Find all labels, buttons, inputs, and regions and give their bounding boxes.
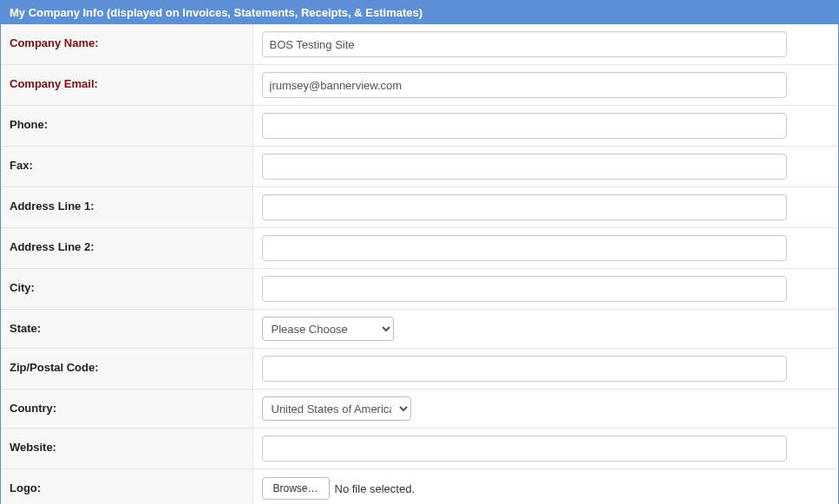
website-input[interactable] <box>262 435 787 461</box>
form-row-country: Country:United States of America <box>1 389 838 429</box>
form-row-phone: Phone: <box>1 106 838 147</box>
country-select[interactable]: United States of America <box>262 396 411 421</box>
form-row-city: City: <box>1 269 838 310</box>
logo-browse-button[interactable]: Browse… <box>262 477 330 500</box>
fax-label: Fax: <box>1 147 252 187</box>
address-line-2-cell <box>252 228 838 269</box>
address-line-2-input[interactable] <box>262 235 787 261</box>
fax-cell <box>252 147 838 187</box>
form-row-fax: Fax: <box>1 147 838 187</box>
company-info-form: Company Name:Company Email:Phone:Fax:Add… <box>1 24 838 504</box>
city-label: City: <box>1 269 252 310</box>
panel-header: My Company Info (displayed on Invoices, … <box>1 0 838 24</box>
form-row-state: State:Please Choose <box>1 310 838 349</box>
company-name-cell <box>252 24 838 65</box>
company-info-panel: My Company Info (displayed on Invoices, … <box>0 0 839 504</box>
phone-label: Phone: <box>1 106 252 147</box>
zip-cell <box>252 349 838 389</box>
company-email-input[interactable] <box>262 72 787 98</box>
form-row-website: Website: <box>1 429 838 469</box>
website-label: Website: <box>1 429 252 469</box>
form-row-address-line-2: Address Line 2: <box>1 228 838 269</box>
country-cell: United States of America <box>252 389 838 429</box>
company-email-cell <box>252 65 838 106</box>
form-row-address-line-1: Address Line 1: <box>1 187 838 228</box>
address-line-1-label: Address Line 1: <box>1 187 252 228</box>
address-line-1-cell <box>252 187 838 228</box>
address-line-1-input[interactable] <box>262 194 787 220</box>
website-cell <box>252 429 838 469</box>
zip-label: Zip/Postal Code: <box>1 349 252 389</box>
city-cell <box>252 269 838 310</box>
state-label: State: <box>1 310 252 349</box>
logo-cell: Browse…No file selected. <box>252 469 838 505</box>
fax-input[interactable] <box>262 154 787 180</box>
logo-file-status: No file selected. <box>335 481 416 494</box>
form-row-logo: Logo:Browse…No file selected. <box>1 469 838 505</box>
country-label: Country: <box>1 389 252 429</box>
phone-cell <box>252 106 838 147</box>
state-cell: Please Choose <box>252 310 838 349</box>
company-name-label: Company Name: <box>1 24 252 65</box>
company-name-input[interactable] <box>262 31 787 57</box>
city-input[interactable] <box>262 276 787 302</box>
form-row-company-email: Company Email: <box>1 65 838 106</box>
form-row-company-name: Company Name: <box>1 24 838 65</box>
phone-input[interactable] <box>262 113 787 139</box>
form-row-zip: Zip/Postal Code: <box>1 349 838 389</box>
zip-input[interactable] <box>262 356 787 382</box>
company-email-label: Company Email: <box>1 65 252 106</box>
logo-label: Logo: <box>1 469 252 505</box>
state-select[interactable]: Please Choose <box>262 317 394 341</box>
address-line-2-label: Address Line 2: <box>1 228 252 269</box>
